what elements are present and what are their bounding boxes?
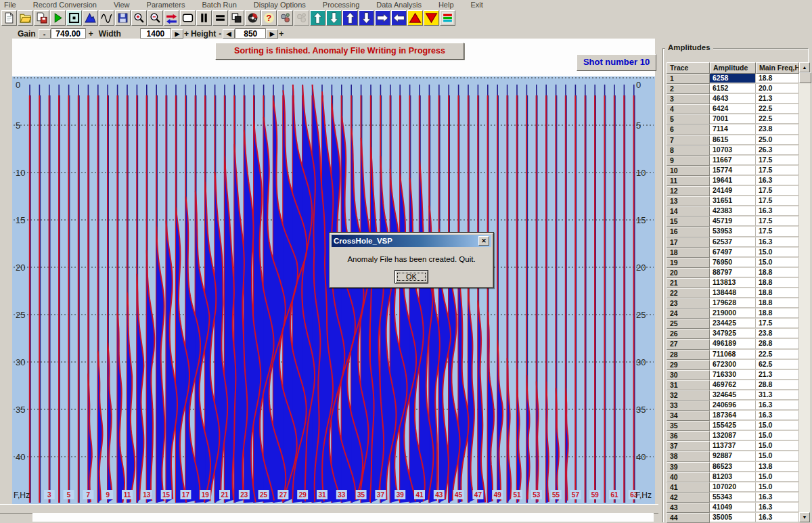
- amplitude-cell[interactable]: 35005: [710, 513, 756, 522]
- trace-number-cell[interactable]: 4: [667, 104, 710, 114]
- stop-display-button[interactable]: [66, 10, 82, 26]
- menu-item-batch-run[interactable]: Batch Run: [202, 1, 236, 9]
- main-freq-cell[interactable]: 23.8: [756, 329, 799, 338]
- close-icon[interactable]: ✕: [478, 236, 489, 246]
- trace-number-cell[interactable]: 36: [667, 431, 710, 441]
- menu-item-data-analysis[interactable]: Data Analysis: [376, 1, 422, 9]
- trace-number-cell[interactable]: 16: [667, 227, 710, 237]
- zoom-in-button[interactable]: [131, 10, 147, 26]
- menu-item-exit[interactable]: Exit: [471, 1, 483, 9]
- gain-increase-label[interactable]: +: [86, 29, 96, 39]
- trace-number-cell[interactable]: 25: [667, 319, 710, 329]
- trace-number-cell[interactable]: 40: [667, 472, 710, 482]
- trace-number-cell[interactable]: 13: [667, 196, 710, 206]
- main-freq-cell[interactable]: 16.3: [756, 493, 799, 502]
- amplitude-cell[interactable]: 19641: [710, 176, 756, 185]
- amplitude-cell[interactable]: 92887: [710, 451, 756, 461]
- down-arrow-blue-button[interactable]: [359, 10, 374, 26]
- down-arrow-teal-button[interactable]: [326, 10, 342, 26]
- main-freq-cell[interactable]: 25.0: [756, 135, 799, 145]
- film-disc-button[interactable]: [245, 10, 261, 26]
- trace-number-cell[interactable]: 29: [667, 360, 710, 370]
- menu-item-view[interactable]: View: [114, 1, 130, 9]
- amplitude-cell[interactable]: 6152: [710, 84, 756, 93]
- trace-number-cell[interactable]: 23: [667, 298, 710, 309]
- main-freq-cell[interactable]: 21.3: [756, 94, 799, 104]
- main-freq-cell[interactable]: 18.8: [756, 298, 799, 308]
- menu-item-file[interactable]: File: [4, 1, 16, 9]
- copy-pages-button[interactable]: [229, 10, 244, 26]
- main-freq-cell[interactable]: 16.3: [756, 503, 799, 512]
- amplitude-spectrum-button[interactable]: [83, 10, 98, 26]
- trace-number-cell[interactable]: 22: [667, 288, 710, 298]
- amplitude-cell[interactable]: 132087: [710, 431, 756, 440]
- main-freq-cell[interactable]: 28.8: [756, 339, 799, 348]
- main-freq-cell[interactable]: 15.0: [756, 258, 799, 267]
- main-freq-cell[interactable]: 15.0: [756, 421, 799, 430]
- amplitude-cell[interactable]: 67497: [710, 248, 756, 257]
- trace-number-cell[interactable]: 37: [667, 441, 710, 451]
- main-freq-cell[interactable]: 26.3: [756, 145, 799, 155]
- amplitude-cell[interactable]: 42383: [710, 206, 756, 216]
- zoom-out-button[interactable]: [148, 10, 163, 26]
- trace-number-cell[interactable]: 20: [667, 268, 710, 278]
- trace-number-cell[interactable]: 35: [667, 421, 710, 431]
- main-freq-cell[interactable]: 28.8: [756, 380, 799, 390]
- amplitude-cell[interactable]: 6258: [710, 74, 756, 83]
- main-freq-cell[interactable]: 15.0: [756, 248, 799, 257]
- main-freq-cell[interactable]: 16.3: [756, 206, 799, 216]
- amplitude-cell[interactable]: 187364: [710, 411, 756, 420]
- trace-number-cell[interactable]: 12: [667, 186, 710, 196]
- trace-number-cell[interactable]: 21: [667, 278, 710, 288]
- gain-value-field[interactable]: [51, 28, 86, 39]
- triangle-up-red-button[interactable]: [407, 10, 423, 26]
- ok-button[interactable]: OK: [394, 270, 428, 283]
- amplitude-cell[interactable]: 45719: [710, 217, 756, 226]
- wiggle-trace-button[interactable]: [99, 10, 114, 26]
- main-freq-cell[interactable]: 17.5: [756, 217, 799, 226]
- main-freq-cell[interactable]: 31.3: [756, 390, 799, 400]
- trace-number-cell[interactable]: 17: [667, 237, 710, 248]
- width-value-field[interactable]: [140, 28, 171, 39]
- column-header-trace[interactable]: Trace: [667, 62, 710, 74]
- width-next-button[interactable]: ▶: [171, 29, 183, 39]
- process-gears-disabled-button[interactable]: [294, 10, 309, 26]
- trace-number-cell[interactable]: 31: [667, 380, 710, 390]
- amplitude-cell[interactable]: 113813: [710, 278, 756, 288]
- amplitude-cell[interactable]: 7001: [710, 114, 756, 124]
- amplitude-cell[interactable]: 107020: [710, 482, 756, 492]
- trace-number-cell[interactable]: 43: [667, 503, 710, 513]
- amplitude-cell[interactable]: 7114: [710, 124, 756, 134]
- amplitude-cell[interactable]: 15774: [710, 166, 756, 175]
- trace-number-cell[interactable]: 8: [667, 145, 710, 156]
- amplitude-cell[interactable]: 234425: [710, 319, 756, 328]
- menu-item-help[interactable]: Help: [438, 1, 454, 9]
- main-freq-cell[interactable]: 15.0: [756, 472, 799, 482]
- seismic-trace-plot[interactable]: 0055101015152020252530303535404035791113…: [12, 76, 655, 504]
- trace-number-cell[interactable]: 5: [667, 114, 710, 124]
- trace-number-cell[interactable]: 18: [667, 248, 710, 258]
- up-arrow-blue-button[interactable]: [342, 10, 358, 26]
- rectangle-select-button[interactable]: [180, 10, 196, 26]
- main-freq-cell[interactable]: 23.8: [756, 124, 799, 134]
- height-value-field[interactable]: [235, 28, 266, 39]
- amplitude-cell[interactable]: 138448: [710, 288, 756, 298]
- main-freq-cell[interactable]: 16.3: [756, 401, 799, 410]
- amplitude-cell[interactable]: 155425: [710, 421, 756, 430]
- amplitude-cell[interactable]: 41049: [710, 503, 756, 512]
- trace-number-cell[interactable]: 14: [667, 206, 710, 217]
- amplitude-cell[interactable]: 24149: [710, 186, 756, 196]
- main-freq-cell[interactable]: 16.3: [756, 176, 799, 185]
- amplitude-cell[interactable]: 711068: [710, 350, 756, 359]
- amplitude-cell[interactable]: 469762: [710, 380, 756, 390]
- trace-number-cell[interactable]: 41: [667, 482, 710, 493]
- table-scrollbar[interactable]: ▲ ▼: [799, 62, 810, 522]
- help-button[interactable]: ?: [261, 10, 277, 26]
- amplitude-cell[interactable]: 55343: [710, 493, 756, 502]
- trace-number-cell[interactable]: 26: [667, 329, 710, 339]
- gain-decrease-button[interactable]: -: [39, 29, 51, 39]
- process-gears-button[interactable]: [277, 10, 293, 26]
- main-freq-cell[interactable]: 16.3: [756, 513, 799, 522]
- color-stripes-button[interactable]: [440, 10, 455, 26]
- trace-number-cell[interactable]: 30: [667, 370, 710, 380]
